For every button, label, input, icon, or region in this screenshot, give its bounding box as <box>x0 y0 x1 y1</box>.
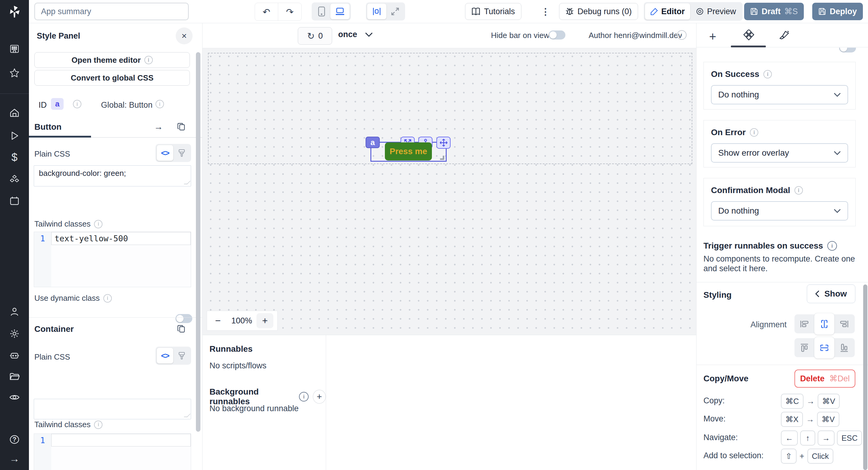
move-handle[interactable] <box>436 137 451 149</box>
align-left-button[interactable] <box>795 314 814 333</box>
sidebar-item-folders[interactable] <box>0 370 29 383</box>
kbd-chip: ← <box>781 431 798 446</box>
align-right-icon <box>840 320 849 328</box>
plain-css-textarea[interactable]: background-color: green; <box>34 165 191 186</box>
kbd-chip: ⌘C <box>781 394 804 409</box>
add-background-runnable-button[interactable]: + <box>313 390 326 404</box>
align-bottom-button[interactable] <box>834 338 854 357</box>
sidebar-item-help[interactable]: ? <box>0 433 29 446</box>
tutorials-button[interactable]: Tutorials <box>465 3 521 20</box>
code-icon: <> <box>161 351 169 360</box>
component-resize-corner[interactable] <box>440 156 444 160</box>
component-id-chip[interactable]: a <box>51 98 64 110</box>
close-style-panel-button[interactable]: × <box>176 27 193 45</box>
draft-button[interactable]: Draft ⌘S <box>744 3 804 20</box>
debug-runs-button[interactable]: Debug runs (0) <box>559 3 638 20</box>
tab-global-label[interactable]: Global: Button <box>101 100 153 110</box>
refresh-mode-dropdown[interactable]: once <box>338 30 373 39</box>
copy-style-button[interactable] <box>177 324 186 333</box>
undo-button[interactable]: ↶ <box>255 3 278 21</box>
tailwind-value[interactable]: text-yellow-500 <box>51 232 191 245</box>
sidebar-item-resources[interactable] <box>0 173 29 186</box>
on-success-select[interactable]: Do nothing <box>711 85 848 105</box>
component-settings-tab[interactable] <box>743 30 755 41</box>
sidebar-item-apps[interactable] <box>0 42 29 56</box>
open-theme-editor-button[interactable]: Open theme editor <box>34 52 190 68</box>
expand-canvas-button[interactable] <box>386 4 404 19</box>
sidebar-item-runs[interactable] <box>0 129 29 142</box>
tailwind-editor[interactable]: 1 <box>34 434 191 470</box>
sidebar-item-favorites[interactable] <box>0 66 29 80</box>
on-error-select[interactable]: Show error overlay <box>711 143 848 163</box>
editor-tab[interactable]: Editor <box>645 3 690 20</box>
sidebar-collapse-arrow[interactable]: → <box>0 452 29 465</box>
book-icon <box>471 7 480 16</box>
press-me-button[interactable]: Press me <box>385 142 432 160</box>
kbd-chip: ⌘X <box>781 412 803 427</box>
navigate-row-keys: ← ↑ → ESC <box>781 431 862 446</box>
zoom-in-button[interactable]: + <box>256 313 273 328</box>
sidebar-item-workers[interactable] <box>0 349 29 362</box>
styling-show-label: Show <box>824 289 847 299</box>
help-icon: ? <box>12 436 16 443</box>
more-menu-button[interactable]: ⋮ <box>539 4 552 19</box>
components-grid-icon <box>743 30 755 41</box>
deploy-button[interactable]: Deploy <box>812 3 863 20</box>
zoom-out-button[interactable]: − <box>207 315 229 326</box>
chevron-down-icon <box>834 151 841 155</box>
insert-component-tab[interactable]: + <box>709 30 716 43</box>
settings-panel-scrollbar[interactable] <box>863 285 867 470</box>
sidebar-item-variables[interactable]: $ <box>0 151 29 164</box>
css-visual-mode-button[interactable] <box>173 145 190 161</box>
clipped-toggle[interactable] <box>839 48 856 53</box>
arrow-right-icon: → <box>9 453 20 465</box>
css-code-mode-button[interactable]: <> <box>157 348 173 363</box>
refresh-button[interactable]: ↻ 0 <box>298 27 332 45</box>
sidebar-item-account[interactable] <box>0 305 29 319</box>
kbd-chip: ⇧ <box>781 448 797 464</box>
align-top-button[interactable] <box>795 338 814 357</box>
tailwind-value[interactable] <box>51 434 191 446</box>
jump-to-component-button[interactable]: → <box>154 122 163 132</box>
copy-style-button[interactable] <box>177 122 186 131</box>
kbd-chip: → <box>818 431 835 446</box>
trigger-runnables-label: Trigger runnables on success <box>704 241 823 251</box>
delete-component-button[interactable]: Delete ⌘Del <box>795 370 855 388</box>
confirmation-modal-select[interactable]: Do nothing <box>711 201 848 221</box>
plain-css-textarea[interactable] <box>34 399 191 419</box>
preview-tab[interactable]: Preview <box>690 3 741 20</box>
resize-handle[interactable] <box>184 181 190 184</box>
css-code-mode-button[interactable]: <> <box>157 145 173 161</box>
align-middle-button[interactable] <box>814 337 834 358</box>
windmill-logo[interactable] <box>0 3 29 20</box>
sidebar-item-schedules[interactable] <box>0 194 29 208</box>
resize-handle[interactable] <box>184 414 190 417</box>
app-summary-input[interactable] <box>34 3 189 20</box>
hide-bar-toggle[interactable] <box>549 30 565 39</box>
app-sidebar: $ ? → <box>0 0 29 470</box>
center-canvas-button[interactable] <box>367 4 386 19</box>
align-center-button[interactable] <box>814 313 834 334</box>
use-dynamic-class-toggle[interactable] <box>176 314 192 323</box>
sidebar-item-audit[interactable] <box>0 391 29 404</box>
info-icon <box>827 241 837 251</box>
copy-move-section-title: Copy/Move <box>704 374 748 383</box>
style-panel-scrollbar[interactable] <box>196 52 200 432</box>
desktop-view-button[interactable] <box>330 4 350 19</box>
component-id-badge[interactable]: a <box>366 137 380 148</box>
sidebar-item-settings[interactable] <box>0 327 29 340</box>
tailwind-editor[interactable]: 1 text-yellow-500 <box>34 232 191 287</box>
app-canvas-viewport[interactable]: a Press me − 100% + <box>203 48 696 335</box>
on-error-value: Show error overlay <box>718 148 789 158</box>
component-styling-tab[interactable] <box>779 30 789 41</box>
sidebar-item-home[interactable] <box>0 107 29 120</box>
align-right-button[interactable] <box>834 314 854 333</box>
convert-global-css-button[interactable]: Convert to global CSS <box>34 70 190 86</box>
css-visual-mode-button[interactable] <box>173 348 190 363</box>
tab-id-label[interactable]: ID <box>38 100 47 110</box>
bug-icon <box>565 7 574 16</box>
redo-button[interactable]: ↷ <box>278 3 301 21</box>
copy-icon <box>177 122 186 131</box>
styling-show-button[interactable]: Show <box>807 285 855 303</box>
mobile-view-button[interactable] <box>313 4 330 19</box>
